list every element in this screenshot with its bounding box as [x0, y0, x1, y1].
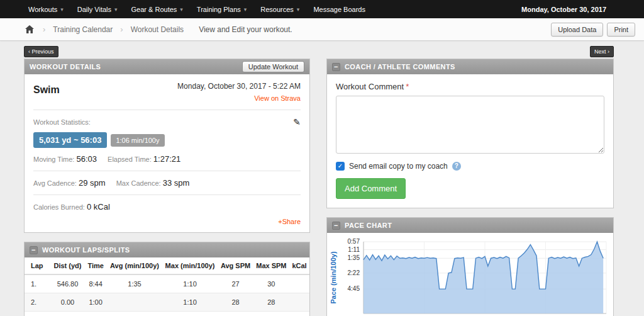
chevron-down-icon: ▾ — [114, 6, 118, 13]
workout-statistics-label: Workout Statistics: — [33, 118, 91, 126]
column-header: Dist (yd) — [51, 257, 84, 274]
column-header: Max SPM — [253, 257, 289, 274]
print-button[interactable]: Print — [607, 23, 635, 37]
edit-pencil-icon[interactable]: ✎ — [293, 117, 301, 127]
nav-item-label: Resources — [260, 6, 294, 13]
collapse-icon[interactable]: − — [30, 246, 38, 254]
cell-lap: 2. — [25, 293, 51, 312]
workout-details-panel: WORKOUT DETAILS Update Workout Swim Mond… — [24, 59, 310, 233]
breadcrumb-training-calendar[interactable]: Training Calendar — [53, 25, 113, 34]
panel-title: PACE CHART — [345, 222, 392, 229]
cell-max-spm: 28 — [253, 293, 289, 312]
workout-details-header: WORKOUT DETAILS Update Workout — [25, 59, 309, 74]
add-comment-button[interactable]: Add Comment — [336, 178, 406, 199]
collapse-icon[interactable]: − — [332, 63, 340, 71]
help-icon[interactable]: ? — [452, 162, 461, 171]
column-header: kCal — [289, 257, 309, 274]
cell-avg-pace: 1:30 — [107, 312, 162, 316]
table-row: 3. 874.88 13:16 1:30 1:41 28 28 — [25, 312, 309, 316]
nav-item-daily-vitals[interactable]: Daily Vitals▾ — [70, 0, 125, 18]
email-coach-label: Send email copy to my coach — [349, 162, 448, 171]
cell-time: 8:44 — [84, 274, 107, 293]
next-workout-button[interactable]: Next › — [590, 46, 614, 57]
cell-dist: 0.00 — [51, 293, 84, 312]
breadcrumb-workout-details[interactable]: Workout Details — [131, 25, 184, 34]
share-link[interactable]: +Share — [278, 218, 301, 225]
elapsed-time-value: 1:27:21 — [153, 154, 180, 164]
cell-avg-pace: 1:35 — [107, 274, 162, 293]
column-header: Lap — [25, 257, 51, 274]
chevron-down-icon: ▾ — [297, 6, 300, 13]
svg-text:0:57: 0:57 — [348, 238, 360, 245]
svg-text:1:35: 1:35 — [348, 254, 360, 261]
elapsed-time-label: Elapsed Time: — [108, 155, 152, 163]
workout-comment-input[interactable] — [336, 96, 604, 154]
cell-dist: 874.88 — [51, 312, 84, 316]
nav-item-resources[interactable]: Resources▾ — [253, 0, 306, 18]
comments-panel: − COACH / ATHLETE COMMENTS Workout Comme… — [326, 59, 614, 208]
nav-item-gear-routes[interactable]: Gear & Routes▾ — [125, 0, 190, 18]
laps-splits-panel: − WORKOUT LAPS/SPLITS Lap Dist (yd) Time… — [24, 242, 310, 316]
nav-item-training-plans[interactable]: Training Plans▾ — [190, 0, 253, 18]
breadcrumb-separator: › — [120, 25, 123, 34]
nav-item-workouts[interactable]: Workouts▾ — [21, 0, 70, 18]
previous-workout-button[interactable]: ‹ Previous — [24, 46, 58, 57]
nav-item-message-boards[interactable]: Message Boards — [306, 0, 372, 18]
svg-text:4:45: 4:45 — [348, 285, 360, 292]
left-column: ‹ Previous WORKOUT DETAILS Update Workou… — [24, 46, 310, 316]
cell-time: 13:16 — [84, 312, 107, 316]
column-header: Avg SPM — [218, 257, 253, 274]
laps-table: Lap Dist (yd) Time Avg (min/100y) Max (m… — [25, 257, 309, 316]
column-header: Avg (min/100y) — [107, 257, 162, 274]
collapse-icon[interactable]: − — [332, 222, 340, 230]
svg-text:1:11: 1:11 — [348, 246, 360, 253]
calories-label: Calories Burned: — [33, 203, 85, 211]
nav-item-label: Daily Vitals — [77, 6, 111, 13]
table-row: 2. 0.00 1:00 1:10 28 28 — [25, 293, 309, 312]
cell-dist: 546.80 — [51, 274, 84, 293]
cell-lap: 1. — [25, 274, 51, 293]
home-icon[interactable] — [25, 25, 34, 33]
cell-avg-spm: 27 — [218, 274, 253, 293]
breadcrumb: › Training Calendar › Workout Details Vi… — [0, 18, 644, 41]
avg-cadence-label: Avg Cadence: — [33, 179, 77, 187]
breadcrumb-separator: › — [43, 25, 45, 34]
pace-chart-header: − PACE CHART — [327, 218, 613, 233]
svg-text:Pace (min/100y): Pace (min/100y) — [330, 251, 337, 303]
upload-data-button[interactable]: Upload Data — [551, 23, 603, 37]
nav-item-label: Workouts — [28, 6, 57, 13]
column-header: Max (min/100y) — [162, 257, 218, 274]
chevron-down-icon: ▾ — [244, 6, 247, 13]
update-workout-button[interactable]: Update Workout — [242, 61, 304, 72]
chevron-down-icon: ▾ — [60, 6, 64, 13]
cell-max-spm: 28 — [253, 312, 289, 316]
right-column: Next › − COACH / ATHLETE COMMENTS Workou… — [326, 46, 614, 316]
cell-kcal — [289, 274, 309, 293]
table-row: 1. 546.80 8:44 1:35 1:10 27 30 — [25, 274, 309, 293]
cell-lap: 3. — [25, 312, 51, 316]
workout-comment-label: Workout Comment — [336, 82, 404, 91]
cell-avg-spm: 28 — [218, 312, 253, 316]
nav-item-label: Training Plans — [197, 6, 241, 13]
panel-title: COACH / ATHLETE COMMENTS — [345, 63, 455, 71]
calories-value: 0 kCal — [87, 202, 110, 212]
cell-max-pace: 1:41 — [162, 312, 218, 316]
column-header: Time — [84, 257, 107, 274]
workout-datetime: Monday, October 30, 2017 - 5:22 AM — [177, 82, 301, 91]
distance-duration-badge: 5,031 yd ~ 56:03 — [33, 132, 107, 148]
laps-splits-header: − WORKOUT LAPS/SPLITS — [25, 242, 309, 257]
max-cadence-value: 33 spm — [163, 178, 190, 188]
cell-kcal — [289, 293, 309, 312]
view-on-strava-link[interactable]: View on Strava — [254, 94, 301, 102]
current-date: Monday, October 30, 2017 — [521, 6, 606, 13]
panel-title: WORKOUT LAPS/SPLITS — [42, 246, 130, 254]
comments-header: − COACH / ATHLETE COMMENTS — [327, 59, 613, 74]
cell-max-pace: 1:10 — [162, 293, 218, 312]
cell-avg-pace — [107, 293, 162, 312]
page-description: View and Edit your workout. — [199, 25, 292, 34]
panel-title: WORKOUT DETAILS — [30, 63, 101, 71]
required-asterisk: * — [406, 82, 409, 91]
email-coach-checkbox[interactable]: ✓ — [336, 162, 345, 171]
cell-max-pace: 1:10 — [162, 274, 218, 293]
nav-item-label: Message Boards — [313, 6, 365, 13]
